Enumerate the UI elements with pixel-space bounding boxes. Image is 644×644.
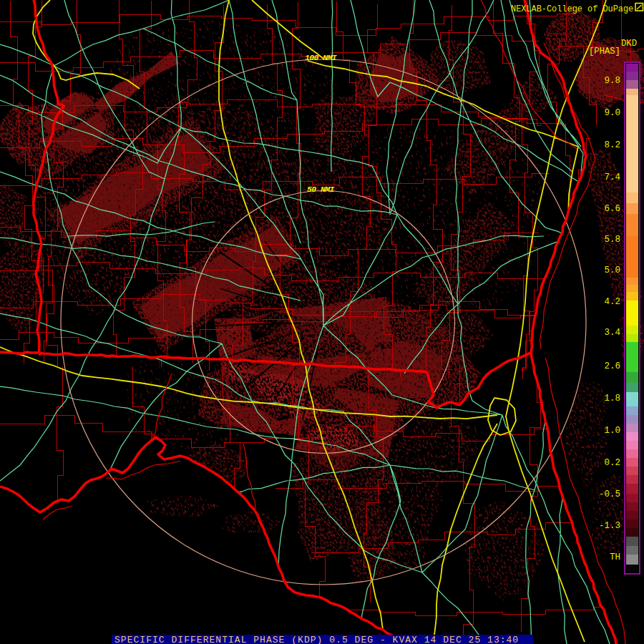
svg-text:9.8: 9.8 [604, 76, 620, 86]
svg-text:SPECIFIC DIFFERENTIAL PHASE (K: SPECIFIC DIFFERENTIAL PHASE (KDP) 0.5 DE… [114, 635, 519, 644]
svg-text:0.2: 0.2 [604, 458, 620, 468]
svg-text:4.2: 4.2 [604, 297, 620, 307]
svg-text:DKD: DKD [621, 39, 637, 49]
svg-text:6.6: 6.6 [604, 204, 620, 214]
svg-text:100 NMI: 100 NMI [305, 53, 337, 62]
svg-text:5.0: 5.0 [604, 265, 620, 275]
svg-text:-0.5: -0.5 [599, 489, 620, 499]
svg-text:3.4: 3.4 [604, 328, 620, 338]
svg-text:NEXLAB-College of DuPage: NEXLAB-College of DuPage [511, 4, 633, 14]
svg-text:8.2: 8.2 [604, 140, 620, 150]
svg-text:-1.3: -1.3 [599, 521, 620, 531]
svg-text:1.0: 1.0 [604, 426, 620, 436]
svg-text:5.8: 5.8 [604, 235, 620, 245]
svg-text:7.4: 7.4 [604, 172, 620, 182]
svg-text:50 NMI: 50 NMI [307, 185, 335, 194]
svg-text:1.8: 1.8 [604, 394, 620, 404]
svg-text:2.6: 2.6 [604, 361, 620, 371]
svg-text:9.0: 9.0 [604, 108, 620, 118]
svg-text:[PHAS]: [PHAS] [589, 47, 620, 57]
svg-text:TH: TH [610, 552, 620, 562]
